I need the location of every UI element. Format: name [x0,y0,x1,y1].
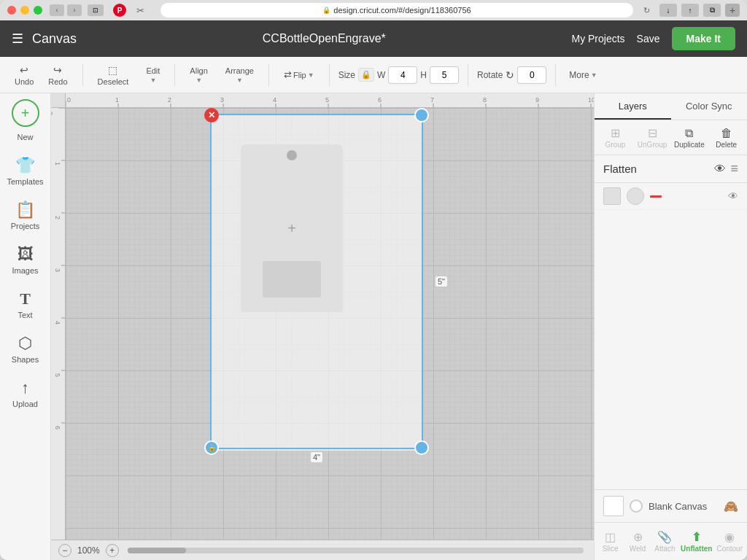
flatten-header: Flatten 👁 ≡ [595,155,747,183]
template-bottle-shape: + [241,144,343,312]
new-tab-button[interactable]: + [725,4,740,17]
make-it-button[interactable]: Make It [672,27,735,50]
maximize-button[interactable] [34,6,42,15]
delete-icon: 🗑 [721,127,732,140]
share-button[interactable]: ↑ [681,4,699,17]
canvas-grid[interactable]: + ✕ [66,108,594,540]
edit-button[interactable]: Edit ▼ [140,63,166,87]
address-bar[interactable]: 🔒 design.cricut.com/#/design/118360756 [160,3,633,18]
copy-button[interactable]: ⧉ [703,4,721,17]
tab-color-sync[interactable]: Color Sync [671,93,748,120]
blank-canvas-label: Blank Canvas [649,501,718,512]
svg-text:9: 9 [535,96,539,104]
tab-layers[interactable]: Layers [595,93,671,120]
blank-canvas-eye-icon[interactable]: 🙈 [724,499,738,513]
rotate-icon: ↻ [506,69,514,81]
arrange-arrow-icon: ▼ [236,77,243,84]
new-label: New [17,133,33,141]
align-button[interactable]: Align ▼ [184,63,213,87]
attach-button[interactable]: 📎 Attach [652,527,678,556]
contour-button[interactable]: ◉ Contour [715,527,744,556]
contour-label: Contour [716,545,743,553]
lock-size-icon[interactable]: 🔒 [358,68,374,82]
canvas-work: 0 1 2 3 4 5 6 [51,93,594,560]
flatten-title: Flatten [603,163,714,175]
layer-eye-icon-1[interactable]: 👁 [728,190,738,202]
flatten-menu-icon[interactable]: ≡ [730,161,738,176]
slice-button[interactable]: ◫ Slice [597,527,623,556]
redo-button[interactable]: ↪ Redo [42,61,73,89]
template-hole [287,150,297,160]
attach-label: Attach [654,545,675,553]
deselect-icon: ⬚ [108,64,117,76]
save-button[interactable]: Save [637,33,660,44]
sidebar-item-text[interactable]: T Text [3,284,48,325]
sidebar-item-shapes[interactable]: ⬡ Shapes [3,328,48,370]
size-group: Size 🔒 W H [338,66,459,84]
layer-item-1: 👁 [595,183,747,210]
blank-canvas-thumb [603,496,624,516]
zoom-out-button[interactable]: − [58,544,71,557]
pinterest-icon: P [113,4,126,17]
download-button[interactable]: ↓ [659,4,677,17]
deselect-button[interactable]: ⬚ Deselect [92,61,135,89]
sidebar-images-label: Images [12,266,38,275]
pinterest-button[interactable]: P [109,4,130,16]
undo-button[interactable]: ↩ Undo [9,61,39,89]
bottom-tools: ◫ Slice ⊕ Weld 📎 Attach ⬆ Unflatten ◉ [595,522,747,560]
back-button[interactable]: ‹ [50,4,64,16]
slice-icon: ◫ [605,530,616,544]
shapes-icon: ⬡ [18,334,32,353]
layer-content-1 [650,195,722,198]
undo-icon: ↩ [20,64,28,76]
zoom-in-button[interactable]: + [106,544,119,557]
unflatten-button[interactable]: ⬆ Unflatten [679,527,713,556]
ungroup-button[interactable]: ⊟ UnGroup [635,123,670,152]
app-header: ☰ Canvas CCBottleOpenEngrave* My Project… [0,20,747,57]
sidebar-item-upload[interactable]: ↑ Upload [3,373,48,414]
ruler-corner [51,93,66,108]
layer-thumb-1 [603,187,621,205]
traffic-lights [7,6,42,15]
main-content: + New 👕 Templates 📋 Projects 🖼 Images T … [0,93,747,560]
sidebar-item-images[interactable]: 🖼 Images [3,239,48,281]
new-button[interactable]: + [12,99,39,127]
cricut-button[interactable]: ✂ [130,4,150,16]
arrange-button[interactable]: Arrange ▼ [220,63,260,87]
weld-button[interactable]: ⊕ Weld [624,527,650,556]
undo-label: Undo [15,77,34,86]
ungroup-icon: ⊟ [648,126,657,140]
tab-view-button[interactable]: ⊡ [88,4,104,16]
flip-button[interactable]: ⇄ Flip ▼ [278,66,320,83]
svg-text:8: 8 [483,96,487,104]
align-arrow-icon: ▼ [196,77,202,84]
duplicate-button[interactable]: ⧉ Duplicate [672,124,708,152]
svg-text:4: 4 [273,96,276,104]
height-input[interactable] [430,66,459,84]
my-projects-button[interactable]: My Projects [571,33,624,44]
sidebar-item-projects[interactable]: 📋 Projects [3,195,48,236]
close-handle[interactable]: ✕ [204,108,219,122]
sidebar-item-templates[interactable]: 👕 Templates [3,150,48,192]
redo-label: Redo [48,77,67,86]
width-input[interactable] [388,66,417,84]
group-button[interactable]: ⊞ Group [597,123,633,152]
history-group: ↩ Undo ↪ Redo [9,61,74,89]
images-icon: 🖼 [18,245,34,264]
edit-arrow-icon: ▼ [150,77,156,84]
left-sidebar: + New 👕 Templates 📋 Projects 🖼 Images T … [0,93,51,560]
forward-button[interactable]: › [67,4,82,16]
hamburger-menu[interactable]: ☰ [12,31,23,47]
minimize-button[interactable] [20,6,29,15]
close-button[interactable] [7,6,16,15]
delete-button[interactable]: 🗑 Delete [708,124,744,152]
more-button[interactable]: More ▼ [565,67,601,83]
refresh-button[interactable]: ↻ [639,4,654,16]
align-label: Align [190,66,207,75]
height-label: H [420,70,427,80]
rotate-input[interactable] [517,66,546,84]
svg-text:6: 6 [378,96,382,104]
flatten-eye-icon[interactable]: 👁 [714,163,726,176]
scrollbar-horizontal[interactable] [128,548,584,553]
rotate-handle[interactable] [414,108,429,122]
